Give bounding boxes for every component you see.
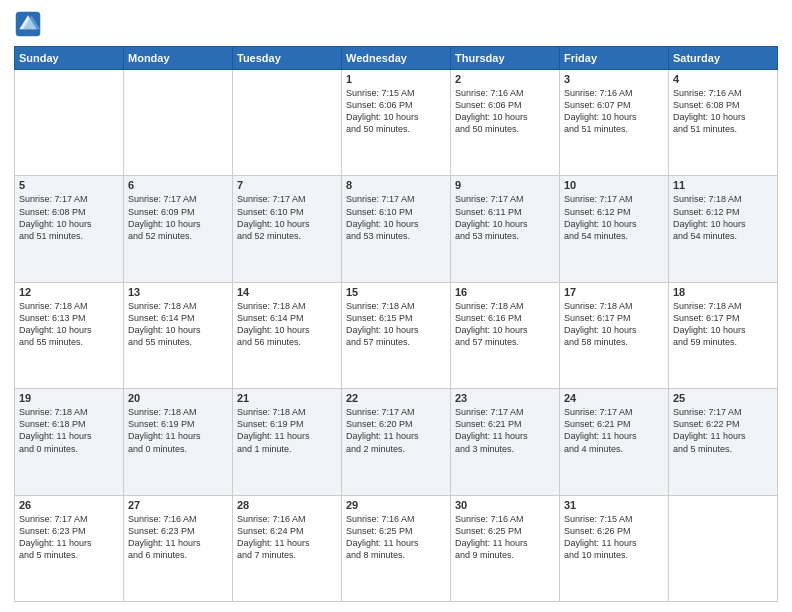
day-info: Sunrise: 7:16 AM Sunset: 6:25 PM Dayligh… bbox=[455, 513, 555, 562]
week-row-5: 26Sunrise: 7:17 AM Sunset: 6:23 PM Dayli… bbox=[15, 495, 778, 601]
day-info: Sunrise: 7:17 AM Sunset: 6:12 PM Dayligh… bbox=[564, 193, 664, 242]
day-number: 17 bbox=[564, 286, 664, 298]
week-row-3: 12Sunrise: 7:18 AM Sunset: 6:13 PM Dayli… bbox=[15, 282, 778, 388]
day-number: 28 bbox=[237, 499, 337, 511]
day-info: Sunrise: 7:15 AM Sunset: 6:26 PM Dayligh… bbox=[564, 513, 664, 562]
weekday-header-saturday: Saturday bbox=[669, 47, 778, 70]
day-info: Sunrise: 7:16 AM Sunset: 6:07 PM Dayligh… bbox=[564, 87, 664, 136]
day-number: 14 bbox=[237, 286, 337, 298]
day-info: Sunrise: 7:18 AM Sunset: 6:15 PM Dayligh… bbox=[346, 300, 446, 349]
day-number: 19 bbox=[19, 392, 119, 404]
day-info: Sunrise: 7:18 AM Sunset: 6:19 PM Dayligh… bbox=[237, 406, 337, 455]
day-info: Sunrise: 7:18 AM Sunset: 6:14 PM Dayligh… bbox=[128, 300, 228, 349]
day-cell bbox=[124, 70, 233, 176]
day-cell: 2Sunrise: 7:16 AM Sunset: 6:06 PM Daylig… bbox=[451, 70, 560, 176]
day-cell: 30Sunrise: 7:16 AM Sunset: 6:25 PM Dayli… bbox=[451, 495, 560, 601]
day-cell: 11Sunrise: 7:18 AM Sunset: 6:12 PM Dayli… bbox=[669, 176, 778, 282]
day-number: 26 bbox=[19, 499, 119, 511]
day-cell: 24Sunrise: 7:17 AM Sunset: 6:21 PM Dayli… bbox=[560, 389, 669, 495]
day-number: 18 bbox=[673, 286, 773, 298]
day-cell: 16Sunrise: 7:18 AM Sunset: 6:16 PM Dayli… bbox=[451, 282, 560, 388]
weekday-header-monday: Monday bbox=[124, 47, 233, 70]
day-cell: 31Sunrise: 7:15 AM Sunset: 6:26 PM Dayli… bbox=[560, 495, 669, 601]
day-info: Sunrise: 7:18 AM Sunset: 6:19 PM Dayligh… bbox=[128, 406, 228, 455]
calendar-table: SundayMondayTuesdayWednesdayThursdayFrid… bbox=[14, 46, 778, 602]
weekday-header-row: SundayMondayTuesdayWednesdayThursdayFrid… bbox=[15, 47, 778, 70]
day-info: Sunrise: 7:17 AM Sunset: 6:11 PM Dayligh… bbox=[455, 193, 555, 242]
day-info: Sunrise: 7:17 AM Sunset: 6:20 PM Dayligh… bbox=[346, 406, 446, 455]
day-number: 23 bbox=[455, 392, 555, 404]
header bbox=[14, 10, 778, 38]
day-number: 25 bbox=[673, 392, 773, 404]
day-cell: 15Sunrise: 7:18 AM Sunset: 6:15 PM Dayli… bbox=[342, 282, 451, 388]
day-info: Sunrise: 7:15 AM Sunset: 6:06 PM Dayligh… bbox=[346, 87, 446, 136]
day-info: Sunrise: 7:17 AM Sunset: 6:10 PM Dayligh… bbox=[237, 193, 337, 242]
day-number: 21 bbox=[237, 392, 337, 404]
day-info: Sunrise: 7:17 AM Sunset: 6:21 PM Dayligh… bbox=[564, 406, 664, 455]
day-number: 5 bbox=[19, 179, 119, 191]
day-cell: 27Sunrise: 7:16 AM Sunset: 6:23 PM Dayli… bbox=[124, 495, 233, 601]
day-number: 10 bbox=[564, 179, 664, 191]
day-info: Sunrise: 7:16 AM Sunset: 6:23 PM Dayligh… bbox=[128, 513, 228, 562]
week-row-2: 5Sunrise: 7:17 AM Sunset: 6:08 PM Daylig… bbox=[15, 176, 778, 282]
day-cell: 13Sunrise: 7:18 AM Sunset: 6:14 PM Dayli… bbox=[124, 282, 233, 388]
logo bbox=[14, 10, 46, 38]
day-number: 2 bbox=[455, 73, 555, 85]
weekday-header-sunday: Sunday bbox=[15, 47, 124, 70]
day-number: 6 bbox=[128, 179, 228, 191]
day-info: Sunrise: 7:18 AM Sunset: 6:13 PM Dayligh… bbox=[19, 300, 119, 349]
day-cell: 7Sunrise: 7:17 AM Sunset: 6:10 PM Daylig… bbox=[233, 176, 342, 282]
day-number: 7 bbox=[237, 179, 337, 191]
weekday-header-wednesday: Wednesday bbox=[342, 47, 451, 70]
day-cell: 20Sunrise: 7:18 AM Sunset: 6:19 PM Dayli… bbox=[124, 389, 233, 495]
day-cell: 4Sunrise: 7:16 AM Sunset: 6:08 PM Daylig… bbox=[669, 70, 778, 176]
day-info: Sunrise: 7:18 AM Sunset: 6:18 PM Dayligh… bbox=[19, 406, 119, 455]
day-number: 24 bbox=[564, 392, 664, 404]
day-number: 1 bbox=[346, 73, 446, 85]
day-cell: 14Sunrise: 7:18 AM Sunset: 6:14 PM Dayli… bbox=[233, 282, 342, 388]
day-number: 27 bbox=[128, 499, 228, 511]
day-number: 20 bbox=[128, 392, 228, 404]
day-cell bbox=[15, 70, 124, 176]
day-info: Sunrise: 7:18 AM Sunset: 6:17 PM Dayligh… bbox=[673, 300, 773, 349]
day-info: Sunrise: 7:17 AM Sunset: 6:22 PM Dayligh… bbox=[673, 406, 773, 455]
day-info: Sunrise: 7:18 AM Sunset: 6:16 PM Dayligh… bbox=[455, 300, 555, 349]
day-cell: 26Sunrise: 7:17 AM Sunset: 6:23 PM Dayli… bbox=[15, 495, 124, 601]
day-info: Sunrise: 7:17 AM Sunset: 6:08 PM Dayligh… bbox=[19, 193, 119, 242]
day-info: Sunrise: 7:18 AM Sunset: 6:12 PM Dayligh… bbox=[673, 193, 773, 242]
page: SundayMondayTuesdayWednesdayThursdayFrid… bbox=[0, 0, 792, 612]
day-number: 30 bbox=[455, 499, 555, 511]
day-cell: 12Sunrise: 7:18 AM Sunset: 6:13 PM Dayli… bbox=[15, 282, 124, 388]
day-cell: 9Sunrise: 7:17 AM Sunset: 6:11 PM Daylig… bbox=[451, 176, 560, 282]
day-number: 16 bbox=[455, 286, 555, 298]
day-cell: 18Sunrise: 7:18 AM Sunset: 6:17 PM Dayli… bbox=[669, 282, 778, 388]
day-cell: 22Sunrise: 7:17 AM Sunset: 6:20 PM Dayli… bbox=[342, 389, 451, 495]
day-info: Sunrise: 7:16 AM Sunset: 6:25 PM Dayligh… bbox=[346, 513, 446, 562]
day-cell: 23Sunrise: 7:17 AM Sunset: 6:21 PM Dayli… bbox=[451, 389, 560, 495]
day-number: 11 bbox=[673, 179, 773, 191]
day-cell: 21Sunrise: 7:18 AM Sunset: 6:19 PM Dayli… bbox=[233, 389, 342, 495]
day-number: 31 bbox=[564, 499, 664, 511]
day-cell: 8Sunrise: 7:17 AM Sunset: 6:10 PM Daylig… bbox=[342, 176, 451, 282]
day-info: Sunrise: 7:17 AM Sunset: 6:10 PM Dayligh… bbox=[346, 193, 446, 242]
day-cell: 19Sunrise: 7:18 AM Sunset: 6:18 PM Dayli… bbox=[15, 389, 124, 495]
week-row-4: 19Sunrise: 7:18 AM Sunset: 6:18 PM Dayli… bbox=[15, 389, 778, 495]
day-info: Sunrise: 7:17 AM Sunset: 6:09 PM Dayligh… bbox=[128, 193, 228, 242]
day-cell: 6Sunrise: 7:17 AM Sunset: 6:09 PM Daylig… bbox=[124, 176, 233, 282]
day-cell: 25Sunrise: 7:17 AM Sunset: 6:22 PM Dayli… bbox=[669, 389, 778, 495]
day-cell: 3Sunrise: 7:16 AM Sunset: 6:07 PM Daylig… bbox=[560, 70, 669, 176]
day-info: Sunrise: 7:16 AM Sunset: 6:24 PM Dayligh… bbox=[237, 513, 337, 562]
day-info: Sunrise: 7:18 AM Sunset: 6:17 PM Dayligh… bbox=[564, 300, 664, 349]
day-number: 15 bbox=[346, 286, 446, 298]
week-row-1: 1Sunrise: 7:15 AM Sunset: 6:06 PM Daylig… bbox=[15, 70, 778, 176]
day-info: Sunrise: 7:18 AM Sunset: 6:14 PM Dayligh… bbox=[237, 300, 337, 349]
day-number: 4 bbox=[673, 73, 773, 85]
day-info: Sunrise: 7:16 AM Sunset: 6:06 PM Dayligh… bbox=[455, 87, 555, 136]
weekday-header-tuesday: Tuesday bbox=[233, 47, 342, 70]
day-info: Sunrise: 7:16 AM Sunset: 6:08 PM Dayligh… bbox=[673, 87, 773, 136]
logo-icon bbox=[14, 10, 42, 38]
day-cell: 5Sunrise: 7:17 AM Sunset: 6:08 PM Daylig… bbox=[15, 176, 124, 282]
day-cell: 29Sunrise: 7:16 AM Sunset: 6:25 PM Dayli… bbox=[342, 495, 451, 601]
day-number: 8 bbox=[346, 179, 446, 191]
day-cell bbox=[233, 70, 342, 176]
